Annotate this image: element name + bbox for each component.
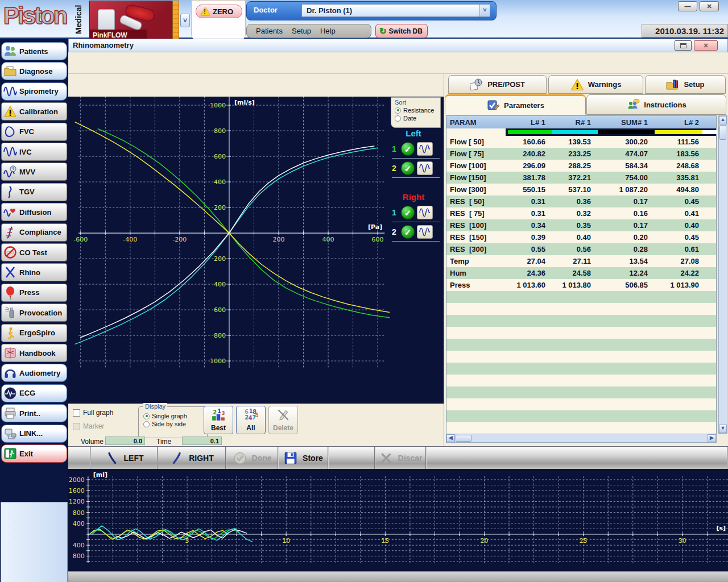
param-value: 372.21 [552,173,598,182]
scroll-right-button[interactable]: ▶ [708,434,716,442]
radio-icon[interactable] [395,107,401,114]
sidebar-item-audiometry[interactable]: Audiometry [1,364,67,382]
column-header-r-1[interactable]: R# 1 [552,118,598,127]
accepted-check-icon[interactable]: ✓ [401,161,415,175]
display-option-single-graph[interactable]: Single graph [143,413,207,419]
toolbar-spacer [329,447,375,469]
param-value: 0.17 [598,221,655,230]
radio-icon[interactable] [395,115,401,122]
sidebar-item-calibration[interactable]: Calibration [1,102,67,120]
svg-text:1600: 1600 [69,487,85,494]
sidebar-item-print[interactable]: Print.. [1,404,67,422]
accepted-check-icon[interactable]: ✓ [401,225,415,239]
accepted-check-icon[interactable]: ✓ [401,142,415,156]
accepted-check-icon[interactable]: ✓ [401,206,415,219]
param-value: 0.28 [598,245,655,253]
module-restore-button[interactable] [675,40,692,51]
curve-legend: Sort ResistanceDate Left1 ✓ 2 ✓ Right1 ✓… [390,97,444,404]
radio-icon[interactable] [143,413,150,419]
param-value: 24.58 [552,269,598,277]
show-curve-button[interactable] [417,142,433,156]
svg-text:5: 5 [255,412,258,418]
column-header-sum-1[interactable]: SUM# 1 [598,118,655,127]
menu-item-setup[interactable]: Setup [292,27,311,35]
legend-group-right: Right [390,192,437,202]
sidebar-item-diagnose[interactable]: Diagnose [1,62,67,80]
sidebar-item-diffusion[interactable]: Diffusion [1,203,67,221]
device-dropdown-button[interactable]: ˅ [180,14,190,27]
sidebar-item-press[interactable]: Press [1,284,67,302]
sidebar-item-ecg[interactable]: ECG [1,384,67,402]
show-curve-button[interactable] [417,161,433,175]
scroll-left-button[interactable]: ◀ [446,434,455,442]
sidebar-item-co-test[interactable]: CO Test [1,243,67,261]
param-value: 183.56 [655,149,706,158]
svg-text:800: 800 [214,332,226,339]
column-header-param[interactable]: PARAM [446,118,506,127]
sidebar-item-fvc[interactable]: FVC [1,123,67,141]
column-header-l-2[interactable]: L# 2 [655,118,706,127]
radio-icon[interactable] [143,421,150,427]
sidebar-item-patients[interactable]: Patients [1,42,67,60]
show-curve-button[interactable] [417,206,433,219]
doctor-select[interactable]: Dr. Piston (1) ˅ [301,4,490,17]
minimize-button[interactable]: — [678,1,697,11]
module-close-button[interactable]: ✕ [694,40,718,51]
full-graph-checkbox[interactable] [73,409,80,417]
sidebar-item-ergospiro[interactable]: ErgoSpiro [1,324,67,342]
display-option-side-by-side[interactable]: Side by side [143,421,207,427]
vertical-scroll-thumb[interactable] [719,125,726,140]
sidebar-item-spirometry[interactable]: Spirometry [1,82,67,101]
series-color-bar [446,128,716,136]
sidebar-item-ivc[interactable]: IVC [1,143,67,161]
param-value: 506.85 [598,281,655,289]
horizontal-scrollbar[interactable]: ◀ ▶ [446,434,717,443]
menu-item-help[interactable]: Help [320,27,336,35]
right-button[interactable]: RIGHT [158,447,226,469]
sort-option-date[interactable]: Date [395,115,440,122]
vertical-scrollbar[interactable]: ▲ ▼ [718,115,727,434]
param-value: 240.82 [506,149,552,158]
all-button[interactable]: 6182475 All [236,406,266,434]
scroll-up-button[interactable]: ▲ [719,116,727,124]
svg-text:[ml]: [ml] [93,471,107,479]
series-color-swatch [508,130,552,134]
device-panel[interactable]: PinkFLOW [89,1,172,40]
tab-setup[interactable]: Setup [645,75,726,94]
store-button[interactable]: Store [279,447,329,469]
sidebar-item-rhino[interactable]: Rhino [1,263,67,281]
tab-label: PRE/POST [487,80,525,89]
radio-label: Date [403,115,416,122]
curve-number: 1 [392,208,399,217]
sidebar-item-compliance[interactable]: Compliance [1,223,67,242]
sidebar-item-link[interactable]: LINK... [1,425,67,443]
close-button[interactable]: ✕ [700,1,719,11]
horizontal-scroll-thumb[interactable] [456,435,471,442]
show-curve-button[interactable] [417,225,433,239]
sidebar-item-handbook[interactable]: Handbook [1,344,67,362]
provocation-icon [3,306,17,319]
curve-number: 2 [392,227,399,236]
sidebar-item-mvv[interactable]: MVV [1,163,67,181]
zero-button[interactable]: ZERO [196,5,242,18]
svg-text:1200: 1200 [69,498,85,505]
discar-button: Discar [375,447,427,469]
tab-parameters[interactable]: Parameters [445,94,586,115]
left-button[interactable]: LEFT [91,447,158,469]
menu-item-patients[interactable]: Patients [256,27,283,35]
tab-pre-post[interactable]: PRE/POST [448,75,547,94]
sidebar-item-provocation[interactable]: Provocation [1,304,67,322]
store-icon [283,451,298,465]
instructions-icon [626,98,640,111]
sort-option-resistance[interactable]: Resistance [395,107,440,114]
column-header-l-1[interactable]: L# 1 [506,118,552,127]
svg-text:[s]: [s] [716,525,726,532]
tab-warnings[interactable]: Warnings [548,75,643,94]
sidebar-item-tgv[interactable]: TGV [1,183,67,201]
switch-db-button[interactable]: ↻ Switch DB [375,24,428,38]
scroll-down-button[interactable]: ▼ [719,425,727,433]
chevron-down-icon[interactable]: ˅ [479,5,490,16]
best-button[interactable]: 213 Best [204,406,233,434]
sidebar-item-exit[interactable]: Exit [1,444,67,463]
tab-instructions[interactable]: Instructions [586,94,726,115]
